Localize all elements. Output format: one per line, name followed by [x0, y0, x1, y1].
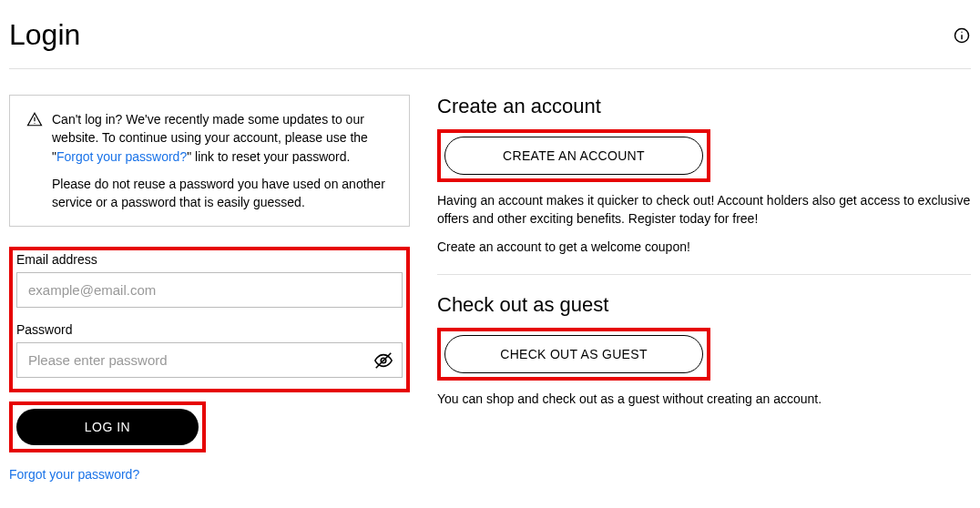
password-field[interactable]	[16, 342, 403, 378]
warning-icon	[26, 111, 43, 211]
info-icon[interactable]	[953, 26, 971, 45]
guest-checkout-desc: You can shop and check out as a guest wi…	[437, 390, 971, 408]
guest-checkout-title: Check out as guest	[437, 293, 971, 317]
create-account-desc-2: Create an account to get a welcome coupo…	[437, 238, 971, 256]
notice-forgot-link[interactable]: Forgot your password?	[56, 149, 187, 164]
notice-text-suffix: " link to reset your password.	[187, 149, 350, 164]
guest-checkout-button[interactable]: CHECK OUT AS GUEST	[444, 335, 703, 373]
email-label: Email address	[16, 252, 403, 267]
create-account-title: Create an account	[437, 95, 971, 118]
create-account-button[interactable]: CREATE AN ACCOUNT	[444, 137, 703, 175]
notice-box: Can't log in? We've recently made some u…	[9, 95, 410, 227]
create-account-desc-1: Having an account makes it quicker to ch…	[437, 191, 971, 229]
create-account-highlight: CREATE AN ACCOUNT	[437, 129, 710, 182]
login-button[interactable]: LOG IN	[16, 409, 199, 445]
login-button-highlight: LOG IN	[9, 401, 206, 452]
email-field[interactable]	[16, 272, 403, 308]
guest-checkout-highlight: CHECK OUT AS GUEST	[437, 328, 710, 381]
notice-line-2: Please do not reuse a password you have …	[52, 175, 393, 212]
svg-point-2	[961, 31, 962, 32]
forgot-password-link[interactable]: Forgot your password?	[9, 467, 410, 482]
notice-line-1: Can't log in? We've recently made some u…	[52, 110, 393, 166]
svg-point-4	[34, 123, 35, 124]
page-title: Login	[9, 18, 80, 52]
eye-off-icon[interactable]	[373, 351, 393, 371]
login-form-highlight: Email address Password	[9, 247, 410, 392]
section-divider	[437, 274, 971, 275]
password-label: Password	[16, 322, 403, 337]
